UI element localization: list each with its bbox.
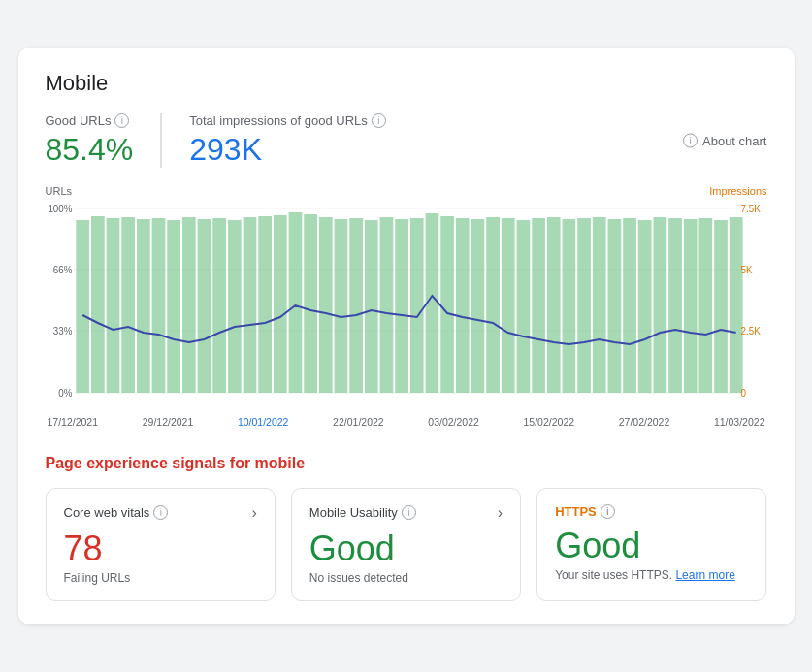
svg-text:0%: 0% (58, 388, 72, 399)
svg-rect-10 (167, 220, 180, 393)
core-web-vitals-info-icon[interactable]: i (153, 505, 168, 520)
https-learn-more-link[interactable]: Learn more (675, 568, 734, 582)
mobile-usability-info-icon[interactable]: i (402, 505, 416, 520)
svg-rect-35 (546, 217, 560, 393)
https-header: HTTPS i (555, 504, 748, 519)
core-web-vitals-title: Core web vitals i (64, 505, 169, 520)
https-sublabel: Your site uses HTTPS. Learn more (555, 568, 748, 582)
svg-rect-45 (698, 218, 712, 393)
x-label-4: 22/01/2022 (333, 416, 384, 428)
svg-rect-16 (258, 216, 272, 393)
svg-rect-22 (349, 218, 363, 393)
chart-container: 100% 66% 33% 0% 7.5K 5K 2.5K 0 (46, 199, 767, 412)
about-chart-icon: i (683, 133, 698, 147)
svg-rect-33 (516, 220, 530, 393)
svg-rect-5 (90, 216, 104, 393)
impressions-value: 293K (189, 132, 386, 168)
svg-rect-21 (334, 219, 347, 393)
svg-rect-14 (227, 220, 241, 393)
impressions-label: Total impressions of good URLs i (189, 113, 386, 128)
bar-group (76, 212, 742, 393)
svg-rect-39 (607, 219, 621, 393)
page-experience-title: Page experience signals for mobile (46, 455, 767, 472)
svg-rect-17 (273, 215, 286, 393)
svg-rect-40 (623, 218, 636, 393)
x-label-5: 03/02/2022 (428, 416, 479, 428)
svg-text:7.5K: 7.5K (740, 204, 761, 214)
chart-axis-labels: URLs Impressions (46, 185, 767, 197)
https-title: HTTPS i (555, 504, 615, 519)
svg-rect-47 (729, 217, 742, 393)
svg-rect-32 (501, 218, 514, 393)
svg-rect-11 (181, 217, 195, 393)
core-web-vitals-value: 78 (64, 529, 257, 568)
good-urls-info-icon[interactable]: i (114, 113, 129, 128)
x-label-1: 17/12/2021 (48, 416, 99, 428)
impressions-metric: Total impressions of good URLs i 293K (160, 113, 413, 168)
core-web-vitals-sublabel: Failing URLs (64, 571, 257, 585)
mobile-usability-title: Mobile Usability i (309, 505, 416, 520)
mobile-usability-card: Mobile Usability i › Good No issues dete… (291, 488, 521, 602)
svg-rect-19 (304, 214, 317, 393)
svg-rect-24 (379, 217, 393, 393)
svg-text:5K: 5K (740, 265, 752, 275)
impressions-info-icon[interactable]: i (372, 113, 386, 128)
svg-rect-36 (562, 219, 575, 393)
svg-rect-8 (136, 219, 149, 393)
https-value: Good (555, 527, 748, 565)
x-label-2: 29/12/2021 (143, 416, 194, 428)
chart-area: URLs Impressions (46, 185, 767, 428)
svg-rect-38 (592, 217, 605, 393)
svg-rect-28 (440, 216, 454, 393)
core-web-vitals-header: Core web vitals i › (64, 504, 257, 522)
svg-rect-23 (364, 220, 377, 393)
svg-rect-29 (455, 218, 469, 393)
x-label-3: 10/01/2022 (238, 416, 289, 428)
svg-rect-44 (683, 219, 697, 393)
svg-rect-4 (76, 220, 89, 393)
metrics-row: Good URLs i 85.4% Total impressions of g… (46, 113, 767, 168)
mobile-usability-value: Good (309, 529, 503, 568)
svg-rect-9 (151, 218, 165, 393)
x-label-8: 11/03/2022 (714, 416, 765, 428)
about-chart-button[interactable]: i About chart (683, 133, 767, 147)
svg-text:66%: 66% (52, 265, 72, 275)
svg-rect-6 (106, 218, 119, 393)
x-label-6: 15/02/2022 (524, 416, 575, 428)
x-label-7: 27/02/2022 (619, 416, 670, 428)
svg-rect-18 (288, 212, 302, 393)
mobile-usability-header: Mobile Usability i › (309, 504, 503, 522)
https-info-icon[interactable]: i (601, 504, 615, 519)
good-urls-value: 85.4% (46, 132, 134, 168)
good-urls-label: Good URLs i (46, 113, 134, 128)
svg-text:100%: 100% (48, 204, 72, 214)
chart-svg: 100% 66% 33% 0% 7.5K 5K 2.5K 0 (46, 199, 767, 412)
svg-rect-26 (409, 218, 423, 393)
https-card: HTTPS i Good Your site uses HTTPS. Learn… (536, 488, 766, 602)
svg-rect-13 (212, 218, 226, 393)
svg-rect-34 (532, 218, 545, 393)
svg-rect-12 (197, 219, 211, 393)
svg-text:2.5K: 2.5K (740, 326, 761, 336)
svg-rect-42 (653, 217, 666, 393)
chart-x-labels: 17/12/2021 29/12/2021 10/01/2022 22/01/2… (46, 416, 767, 428)
mobile-usability-arrow-icon[interactable]: › (498, 504, 503, 522)
core-web-vitals-arrow-icon[interactable]: › (252, 504, 257, 522)
y-axis-left-label: URLs (46, 185, 73, 197)
svg-rect-37 (577, 218, 591, 393)
svg-text:0: 0 (740, 388, 746, 399)
svg-rect-15 (243, 217, 256, 393)
core-web-vitals-card: Core web vitals i › 78 Failing URLs (46, 488, 276, 602)
url-line (82, 296, 736, 344)
svg-rect-41 (637, 220, 651, 393)
main-card: Mobile Good URLs i 85.4% Total impressio… (18, 48, 795, 625)
good-urls-metric: Good URLs i 85.4% (46, 113, 161, 168)
svg-rect-43 (668, 218, 682, 393)
svg-rect-7 (121, 217, 135, 393)
svg-rect-46 (714, 220, 728, 393)
svg-rect-25 (395, 219, 408, 393)
svg-rect-31 (486, 217, 500, 393)
mobile-usability-sublabel: No issues detected (309, 571, 503, 585)
y-axis-right-label: Impressions (709, 185, 766, 197)
signals-grid: Core web vitals i › 78 Failing URLs Mobi… (46, 488, 767, 602)
